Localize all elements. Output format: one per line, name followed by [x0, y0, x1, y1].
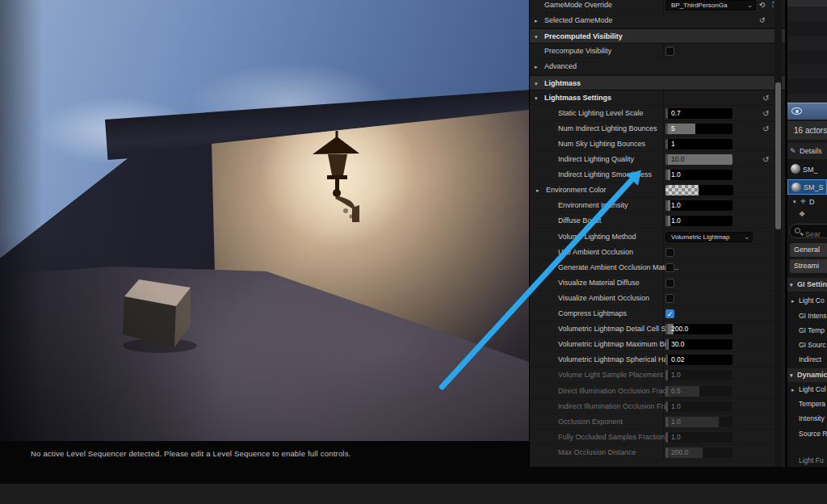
rp-row[interactable]: Source R: [787, 427, 827, 441]
outliner-row[interactable]: [787, 21, 827, 36]
settings-row-compress-lightmaps[interactable]: Compress Lightmaps✓: [530, 306, 785, 321]
settings-row-generate-ambient-occlusion-materi[interactable]: Generate Ambient Occlusion Materi...: [530, 260, 785, 275]
settings-row-indirect-illumination-occlusion-fra[interactable]: Indirect Illumination Occlusion Fra...1.…: [530, 399, 785, 414]
rp-row[interactable]: [787, 103, 827, 120]
settings-row-volumetric-lightmap-detail-cell-size[interactable]: Volumetric Lightmap Detail Cell Size200.…: [530, 321, 785, 337]
settings-row-precomputed-visibility[interactable]: ▾Precomputed Visibility: [530, 28, 785, 44]
caret-collapsed-icon[interactable]: ▸: [536, 183, 539, 198]
caret-collapsed-icon[interactable]: ▸: [535, 59, 538, 74]
checkbox-checked[interactable]: ✓: [665, 309, 674, 318]
caret-expanded-icon[interactable]: ▾: [793, 196, 796, 208]
rp-row[interactable]: ▸Light Col: [787, 384, 827, 396]
outliner-row[interactable]: [787, 36, 827, 50]
viewport-3d[interactable]: No active Level Sequencer detected. Plea…: [0, 0, 529, 467]
value-field[interactable]: 30.0: [665, 339, 733, 350]
value-field[interactable]: 1.0: [665, 432, 733, 443]
settings-scrollbar-track[interactable]: [775, 0, 782, 467]
settings-row-fully-occluded-samples-fraction[interactable]: Fully Occluded Samples Fraction1.0: [530, 430, 785, 445]
outliner-row[interactable]: [787, 50, 827, 65]
spin-grip[interactable]: [665, 386, 668, 397]
checkbox-unchecked[interactable]: [665, 263, 674, 272]
value-field[interactable]: 1: [665, 139, 733, 149]
rp-row[interactable]: GI Sourc: [787, 339, 827, 351]
caret-collapsed-icon[interactable]: ▸: [791, 384, 795, 396]
asset-dropdown[interactable]: BP_ThirdPersonGa⌄: [665, 0, 756, 10]
spin-grip[interactable]: [665, 170, 668, 180]
outliner-row[interactable]: [787, 6, 827, 21]
caret-expanded-icon[interactable]: ▾: [535, 29, 538, 44]
settings-row-volumetric-lightmap-spherical-har[interactable]: Volumetric Lightmap Spherical Har...0.02: [530, 352, 785, 368]
rp-row[interactable]: GI Intens: [787, 310, 827, 321]
settings-row-static-lighting-level-scale[interactable]: Static Lighting Level Scale0.7↺: [530, 106, 785, 121]
rp-row[interactable]: Sear: [787, 224, 827, 239]
value-field[interactable]: 1.0: [665, 401, 733, 412]
reset-to-default-icon[interactable]: ↺: [762, 121, 769, 136]
rp-row[interactable]: General: [790, 243, 827, 257]
rp-row[interactable]: Streami: [790, 259, 827, 273]
settings-row-volume-lighting-method[interactable]: Volume Lighting MethodVolumetric Lightma…: [530, 229, 785, 245]
value-field[interactable]: 0.7: [665, 108, 733, 119]
color-swatch[interactable]: [665, 185, 733, 195]
caret-expanded-icon[interactable]: ▾: [790, 368, 793, 382]
outliner-row[interactable]: [787, 79, 827, 94]
settings-row-direct-illumination-occlusion-fracti[interactable]: Direct Illumination Occlusion Fracti...0…: [530, 384, 785, 399]
rp-row[interactable]: Tempera: [787, 398, 827, 410]
checkbox-unchecked[interactable]: [665, 294, 674, 303]
spin-grip[interactable]: [665, 200, 668, 211]
settings-row-occlusion-exponent[interactable]: Occlusion Exponent1.0: [530, 414, 785, 430]
rp-row[interactable]: Light Fu: [787, 456, 827, 465]
value-field[interactable]: 1.0: [665, 170, 733, 180]
settings-row-precompute-visibility[interactable]: Precompute Visibility: [530, 44, 785, 59]
value-field[interactable]: 1.0: [665, 370, 733, 380]
caret-expanded-icon[interactable]: ▾: [535, 76, 538, 91]
reset-to-default-icon[interactable]: ↺: [762, 106, 769, 121]
value-field[interactable]: 0.5: [665, 386, 733, 397]
settings-row-num-indirect-lighting-bounces[interactable]: Num Indirect Lighting Bounces5↺: [530, 121, 785, 136]
value-field[interactable]: 1.0: [665, 216, 733, 226]
checkbox-unchecked[interactable]: [665, 279, 674, 288]
settings-row-volumetric-lightmap-maximum-bri[interactable]: Volumetric Lightmap Maximum Bri...30.0: [530, 337, 785, 352]
outliner-row[interactable]: [787, 94, 827, 103]
settings-row-max-occlusion-distance[interactable]: Max Occlusion Distance200.0: [530, 445, 785, 460]
settings-row-diffuse-boost[interactable]: Diffuse Boost1.0: [530, 213, 785, 229]
settings-row-selected-gamemode[interactable]: ▸Selected GameMode: [530, 13, 785, 28]
rp-row[interactable]: ▸Light Co: [787, 295, 827, 307]
spin-grip[interactable]: [665, 108, 668, 119]
settings-row-visualize-material-diffuse[interactable]: Visualize Material Diffuse: [530, 275, 785, 291]
settings-row-lightmass[interactable]: ▾Lightmass: [530, 75, 785, 90]
spin-grip[interactable]: [665, 324, 668, 334]
rp-row[interactable]: Indirect: [787, 354, 827, 365]
eye-icon[interactable]: [791, 107, 802, 115]
rp-row[interactable]: ▾✛D: [787, 196, 827, 208]
settings-row-environment-intensity[interactable]: Environment Intensity1.0: [530, 198, 785, 213]
value-field[interactable]: 1.0: [665, 417, 733, 427]
search-input[interactable]: Sear: [789, 224, 827, 238]
spin-grip[interactable]: [665, 370, 668, 380]
value-field[interactable]: 5: [665, 124, 733, 134]
settings-row-environment-color[interactable]: ▸Environment Color: [530, 183, 785, 198]
spin-grip[interactable]: [665, 432, 668, 443]
spin-grip[interactable]: [665, 355, 668, 365]
outliner-row[interactable]: [787, 65, 827, 79]
dropdown-select[interactable]: Volumetric Lightmap⌄: [665, 232, 753, 242]
rp-row[interactable]: Intensity: [787, 413, 827, 424]
settings-row-indirect-lighting-quality[interactable]: Indirect Lighting Quality10.0↺: [530, 152, 785, 167]
rp-row[interactable]: GI Temp: [787, 325, 827, 336]
caret-expanded-icon[interactable]: ▾: [790, 278, 793, 292]
checkbox-unchecked[interactable]: [665, 248, 674, 257]
spin-grip[interactable]: [665, 216, 668, 226]
reset-to-default-icon[interactable]: ↺: [762, 152, 769, 167]
settings-row-gamemode-override[interactable]: GameMode OverrideBP_ThirdPersonGa⌄⟲ ❐ ↺: [530, 0, 785, 13]
settings-row-indirect-lighting-smoothness[interactable]: Indirect Lighting Smoothness1.0: [530, 167, 785, 183]
caret-expanded-icon[interactable]: ▾: [535, 90, 538, 106]
spin-grip[interactable]: [665, 124, 668, 134]
settings-row-advanced[interactable]: ▸Advanced: [530, 59, 785, 74]
settings-row-visualize-ambient-occlusion[interactable]: Visualize Ambient Occlusion: [530, 291, 785, 306]
settings-row-use-ambient-occlusion[interactable]: Use Ambient Occlusion: [530, 245, 785, 260]
settings-scrollbar-thumb[interactable]: [775, 82, 781, 229]
rp-row[interactable]: ❖: [787, 208, 827, 220]
checkbox-unchecked[interactable]: [665, 47, 674, 56]
spin-grip[interactable]: [665, 339, 668, 350]
spin-grip[interactable]: [665, 417, 668, 427]
spin-grip[interactable]: [665, 401, 668, 412]
